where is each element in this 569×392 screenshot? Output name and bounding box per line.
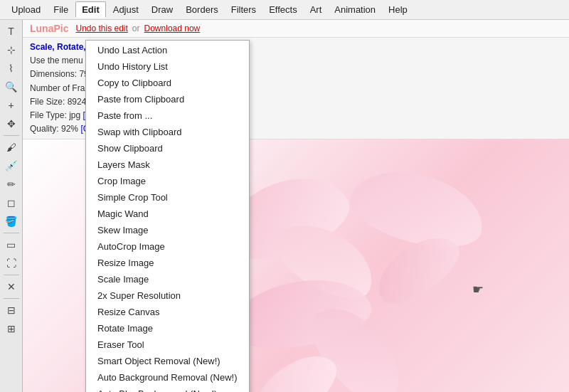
divider2	[4, 233, 19, 233]
quality-label: Quality: 92%	[30, 124, 78, 134]
tool-move[interactable]: ✥	[2, 115, 21, 132]
tool-search[interactable]: 🔍	[2, 78, 21, 95]
type-label: File Type: jpg	[30, 110, 80, 120]
menu-item-draw[interactable]: Draw	[146, 2, 179, 17]
dropdown-item-show-clipboard[interactable]: Show Clipboard	[86, 140, 249, 157]
dropdown-item-copy-clipboard[interactable]: Copy to Clipboard	[86, 75, 249, 91]
menu-item-animation[interactable]: Animation	[329, 2, 381, 17]
divider4	[4, 298, 19, 299]
dropdown-item-layers-mask[interactable]: Layers Mask	[86, 157, 249, 173]
tool-eyedropper[interactable]: 💉	[2, 157, 21, 174]
dropdown-item-undo-last[interactable]: Undo Last Action	[86, 42, 249, 58]
dropdown-item-auto-bg-removal[interactable]: Auto Background Removal (New!)	[86, 369, 249, 386]
tool-eraser[interactable]: ◻	[2, 194, 21, 211]
tool-zoom[interactable]: +	[2, 97, 21, 114]
dropdown-item-magic-wand[interactable]: Magic Wand	[86, 206, 249, 222]
divider1	[4, 135, 19, 136]
tool-layer2[interactable]: ⊞	[2, 320, 21, 337]
dropdown-item-eraser-tool[interactable]: Eraser Tool	[86, 337, 249, 353]
menu-item-borders[interactable]: Borders	[180, 2, 224, 17]
dropdown-item-paste-from[interactable]: Paste from ...	[86, 107, 249, 124]
cursor-icon: ☛	[472, 282, 484, 297]
dim-label: Dimensions:	[30, 69, 77, 79]
dropdown-item-smart-object[interactable]: Smart Object Removal (New!)	[86, 353, 249, 369]
menu-item-filters[interactable]: Filters	[225, 2, 262, 17]
dropdown-item-swap-clipboard[interactable]: Swap with Clipboard	[86, 124, 249, 140]
tool-lasso[interactable]: ⌇	[2, 60, 21, 77]
tool-pencil[interactable]: ✏	[2, 176, 21, 193]
dropdown-item-simple-crop[interactable]: Simple Crop Tool	[86, 189, 249, 206]
dropdown-item-resize-canvas[interactable]: Resize Canvas	[86, 304, 249, 320]
undo-link[interactable]: Undo this edit	[75, 23, 127, 33]
divider3	[4, 275, 19, 275]
tool-select[interactable]: ⊹	[2, 41, 21, 58]
menubar: UploadFileEditAdjustDrawBordersFiltersEf…	[0, 0, 569, 20]
tool-shapes[interactable]: ▭	[2, 236, 21, 253]
menu-item-help[interactable]: Help	[383, 2, 413, 17]
dropdown-item-super-resolution[interactable]: 2x Super Resolution	[86, 287, 249, 304]
tool-text[interactable]: T	[2, 23, 21, 40]
menu-item-file[interactable]: File	[48, 2, 74, 17]
edit-dropdown-menu: Undo Last ActionUndo History ListCopy to…	[85, 40, 250, 392]
tool-close[interactable]: ✕	[2, 278, 21, 295]
dropdown-item-autocrop[interactable]: AutoCrop Image	[86, 238, 249, 255]
separator: or	[132, 23, 140, 33]
download-link[interactable]: Download now	[144, 23, 201, 33]
content-area: LunaPic Undo this edit or Download now S…	[23, 20, 569, 392]
tool-fill[interactable]: 🪣	[2, 213, 21, 230]
dropdown-item-resize-image[interactable]: Resize Image	[86, 255, 249, 271]
dropdown-item-crop-image[interactable]: Crop Image	[86, 173, 249, 189]
dropdown-item-undo-history[interactable]: Undo History List	[86, 58, 249, 75]
dropdown-item-skew-image[interactable]: Skew Image	[86, 222, 249, 238]
left-sidebar: T⊹⌇🔍+✥🖌💉✏◻🪣▭⛶✕⊟⊞	[0, 20, 23, 392]
dropdown-item-rotate-image[interactable]: Rotate Image	[86, 320, 249, 337]
menu-item-edit[interactable]: Edit	[75, 1, 106, 18]
tool-paint[interactable]: 🖌	[2, 139, 21, 156]
dropdown-item-paste-clipboard[interactable]: Paste from Clipboard	[86, 91, 249, 107]
menu-item-adjust[interactable]: Adjust	[107, 2, 144, 17]
lunapic-logo: LunaPic	[30, 23, 68, 34]
menu-item-upload[interactable]: Upload	[6, 2, 46, 17]
tool-crop2[interactable]: ⛶	[2, 255, 21, 272]
info-bar: LunaPic Undo this edit or Download now	[23, 20, 569, 38]
main-layout: T⊹⌇🔍+✥🖌💉✏◻🪣▭⛶✕⊟⊞ LunaPic Undo this edit …	[0, 20, 569, 392]
tool-layer1[interactable]: ⊟	[2, 302, 21, 319]
menu-item-effects[interactable]: Effects	[263, 2, 303, 17]
dropdown-item-scale-image[interactable]: Scale Image	[86, 271, 249, 287]
dropdown-item-auto-blur[interactable]: Auto Blur Background (New!)	[86, 386, 249, 392]
menu-item-art[interactable]: Art	[304, 2, 328, 17]
